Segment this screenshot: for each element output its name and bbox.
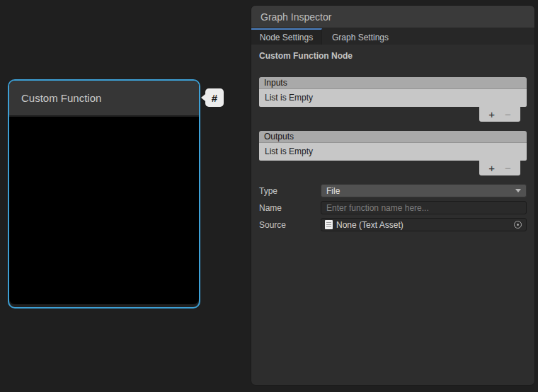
chevron-down-icon [515, 189, 521, 192]
object-picker-icon[interactable] [514, 221, 522, 229]
property-rows: Type File Name Source None (Text Asset) [259, 184, 527, 231]
custom-function-node[interactable]: Custom Function [8, 79, 200, 309]
tab-label: Node Settings [260, 33, 313, 42]
tab-graph-settings[interactable]: Graph Settings [322, 28, 399, 45]
type-dropdown-value: File [326, 186, 340, 196]
inspector-header[interactable]: Graph Inspector [251, 6, 534, 28]
node-title-bar[interactable]: Custom Function [9, 81, 199, 116]
source-row: Source None (Text Asset) [259, 218, 527, 231]
inspector-tabbar: Node Settings Graph Settings [251, 28, 534, 45]
function-name-input[interactable] [323, 203, 525, 213]
inputs-list-header: Inputs [259, 77, 527, 89]
outputs-list-empty-row: List is Empty [259, 143, 527, 161]
name-label: Name [259, 203, 321, 213]
text-asset-icon [325, 220, 333, 229]
inputs-list-footer: + − [479, 107, 520, 122]
node-hash-badge[interactable]: # [205, 88, 224, 107]
outputs-list-footer: + − [479, 161, 520, 175]
inputs-list: Inputs List is Empty + − [259, 77, 527, 122]
tab-node-settings[interactable]: Node Settings [251, 28, 322, 45]
source-object-field[interactable]: None (Text Asset) [321, 218, 527, 231]
tab-label: Graph Settings [332, 33, 389, 42]
outputs-add-button[interactable]: + [488, 163, 495, 173]
source-object-value: None (Text Asset) [336, 220, 510, 230]
node-title: Custom Function [21, 92, 101, 104]
inputs-add-button[interactable]: + [488, 109, 495, 120]
inputs-list-empty-row: List is Empty [259, 89, 527, 107]
type-row: Type File [259, 184, 527, 197]
name-row: Name [259, 201, 527, 214]
name-field-wrapper [321, 201, 527, 214]
inspector-title: Graph Inspector [261, 11, 331, 23]
inputs-remove-button[interactable]: − [505, 109, 511, 120]
outputs-list-header: Outputs [259, 131, 527, 143]
source-label: Source [259, 220, 321, 230]
type-dropdown[interactable]: File [321, 184, 527, 197]
section-title: Custom Function Node [259, 51, 527, 61]
outputs-remove-button[interactable]: − [505, 163, 511, 173]
node-preview [9, 117, 199, 304]
outputs-list: Outputs List is Empty + − [259, 131, 527, 175]
type-label: Type [259, 186, 321, 196]
hash-icon: # [212, 92, 217, 104]
graph-inspector-panel: Graph Inspector Node Settings Graph Sett… [251, 5, 535, 386]
